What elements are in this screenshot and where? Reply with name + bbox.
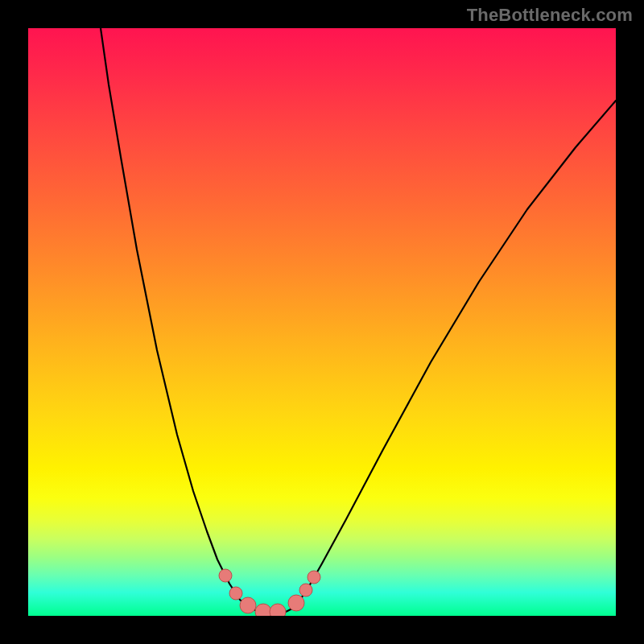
plot-area [28, 28, 616, 616]
right-curve [294, 101, 616, 608]
watermark-text: TheBottleneck.com [467, 5, 633, 26]
marker-group [219, 569, 320, 616]
data-marker [255, 604, 271, 616]
curve-group [101, 28, 616, 614]
data-marker [229, 587, 242, 600]
data-marker [219, 569, 232, 582]
data-marker [270, 604, 286, 616]
chart-svg [28, 28, 616, 616]
data-marker [308, 571, 320, 584]
data-marker [288, 595, 304, 611]
left-curve [101, 28, 250, 608]
data-marker [299, 584, 312, 597]
data-marker [240, 597, 256, 613]
outer-frame: TheBottleneck.com [0, 0, 644, 644]
